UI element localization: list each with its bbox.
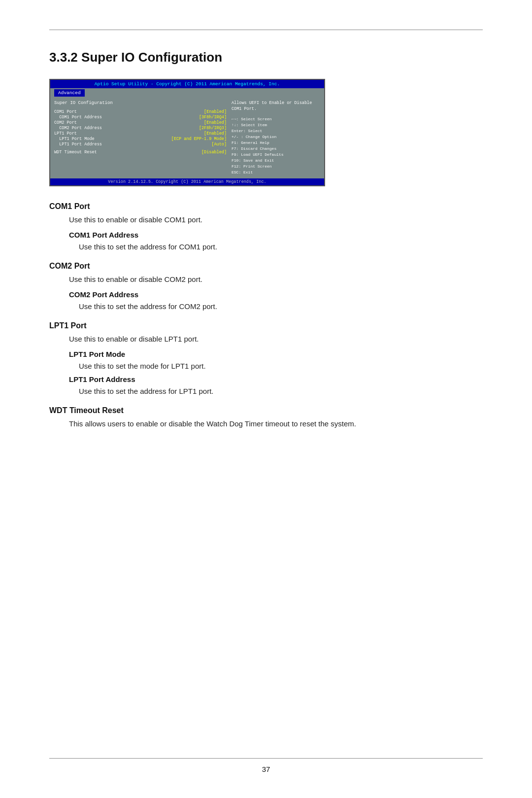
bios-key-com2addr: COM2 Port Address [54,126,102,131]
legend-item-4: +/- : Change Option [232,134,320,140]
bios-val-wdt: [Disabled] [201,150,227,155]
bios-key-com1addr: COM1 Port Address [54,115,102,120]
lpt1-port-text: Use this to enable or disable LPT1 port. [69,333,483,345]
com1-port-address-heading: COM1 Port Address [69,231,483,239]
bios-key-lpt1: LPT1 Port [54,131,77,136]
legend-item-6: F7: Discard Changes [232,146,320,152]
bios-val-com2addr: [2F8h/IRQ3] [199,126,227,131]
bios-row-com2addr: COM2 Port Address [2F8h/IRQ3] [54,126,227,131]
com2-port-text: Use this to enable or disable COM2 port. [69,274,483,285]
legend-item-3: Enter: Select [232,128,320,134]
legend-item-5: F1: General Help [232,140,320,146]
legend-item-10: ESC: Exit [232,170,320,175]
bios-row-lpt1addr: LPT1 Port Address [Auto] [54,142,227,147]
bios-nav-tab: Advanced [54,89,85,97]
bios-val-lpt1addr: [Auto] [211,142,227,147]
bios-key-wdt: WDT Timeout Reset [54,150,97,155]
bios-help-text: Allows UEFI to Enable or Disable COM1 Po… [232,101,320,112]
legend-item-9: F12: Print Screen [232,164,320,170]
bios-row-wdt: WDT Timeout Reset [Disabled] [54,150,227,155]
wdt-text: This allows users to enable or disable t… [69,418,483,430]
bios-header: Aptio Setup Utility - Copyright (C) 2011… [50,80,324,88]
bios-val-com1: [Enabled] [204,109,227,114]
com2-port-address-heading: COM2 Port Address [69,290,483,299]
bios-row-lpt1: LPT1 Port [Enabled] [54,131,227,136]
bottom-rule [49,758,483,759]
bios-row-com1addr: COM1 Port Address [3F8h/IRQ4] [54,115,227,120]
section-title: 3.3.2 Super IO Configuration [49,50,483,65]
bios-val-com2: [Enabled] [204,120,227,125]
bios-val-lpt1mode: [ECP and EPP-1.9 Mode] [171,137,227,141]
bios-row-lpt1mode: LPT1 Port Mode [ECP and EPP-1.9 Mode] [54,137,227,141]
page-container: 3.3.2 Super IO Configuration Aptio Setup… [0,0,532,798]
bios-key-lpt1mode: LPT1 Port Mode [54,137,95,141]
legend-item-1: ←→: Select Screen [232,116,320,122]
lpt1-port-address-text: Use this to set the address for LPT1 por… [79,385,483,397]
com2-port-section: COM2 Port Use this to enable or disable … [49,262,483,312]
lpt1-port-mode-heading: LPT1 Port Mode [69,350,483,358]
bios-body: Super IO Configuration COM1 Port [Enable… [50,98,324,178]
com1-port-section: COM1 Port Use this to enable or disable … [49,202,483,253]
bios-row-com1: COM1 Port [Enabled] [54,109,227,114]
lpt1-port-heading: LPT1 Port [49,321,483,330]
bios-val-com1addr: [3F8h/IRQ4] [199,115,227,120]
bios-footer: Version 2.14.12.5. Copyright (C) 2011 Am… [50,178,324,185]
legend-item-8: F10: Save and Exit [232,158,320,164]
bios-screenshot: Aptio Setup Utility - Copyright (C) 2011… [49,79,325,186]
bios-val-lpt1: [Enabled] [204,131,227,136]
page-number: 37 [262,765,270,773]
bios-key-lpt1addr: LPT1 Port Address [54,142,102,147]
bios-left-panel: Super IO Configuration COM1 Port [Enable… [54,101,227,175]
com2-port-address-text: Use this to set the address for COM2 por… [79,301,483,312]
legend-item-7: F9: Load UEFI Defaults [232,152,320,158]
wdt-section: WDT Timeout Reset This allows users to e… [49,406,483,430]
bios-right-panel: Allows UEFI to Enable or Disable COM1 Po… [232,101,320,175]
bios-key-com2: COM2 Port [54,120,77,125]
com1-port-text: Use this to enable or disable COM1 port. [69,214,483,226]
bios-key-com1: COM1 Port [54,109,77,114]
lpt1-port-mode-text: Use this to set the mode for LPT1 port. [79,360,483,372]
bios-row-com2: COM2 Port [Enabled] [54,120,227,125]
bios-left-title: Super IO Configuration [54,101,227,105]
lpt1-port-address-heading: LPT1 Port Address [69,375,483,383]
bios-legend: ←→: Select Screen ↑↓: Select Item Enter:… [232,116,320,175]
top-rule [49,30,483,30]
com1-port-heading: COM1 Port [49,202,483,211]
legend-item-2: ↑↓: Select Item [232,122,320,128]
com2-port-heading: COM2 Port [49,262,483,271]
com1-port-address-text: Use this to set the address for COM1 por… [79,241,483,253]
wdt-heading: WDT Timeout Reset [49,406,483,415]
lpt1-port-section: LPT1 Port Use this to enable or disable … [49,321,483,397]
